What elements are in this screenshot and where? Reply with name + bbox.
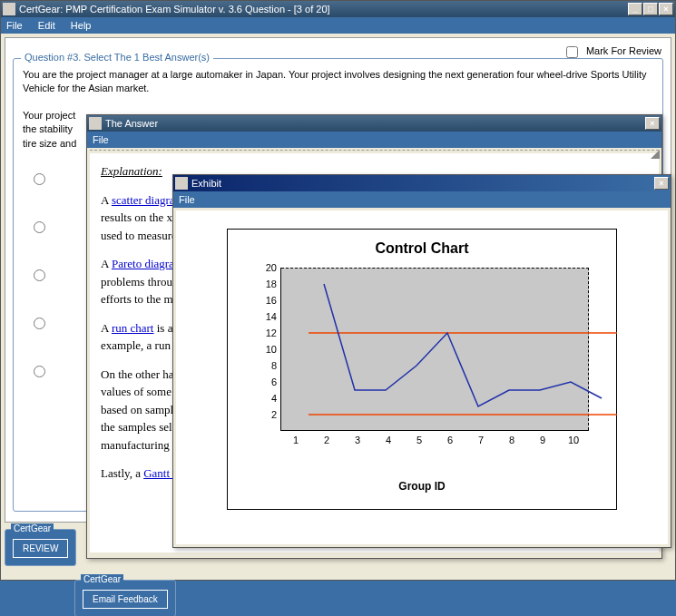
run-chart-link[interactable]: run chart <box>112 321 154 335</box>
app-icon <box>175 177 188 190</box>
y-axis-labels: 2018161412108642 <box>253 262 277 425</box>
review-panel-label: CertGear <box>11 523 54 533</box>
close-button[interactable]: × <box>659 3 673 15</box>
main-menubar: File Edit Help <box>1 17 675 34</box>
mark-for-review: Mark For Review <box>566 45 661 58</box>
answer-close-button[interactable]: × <box>645 117 660 130</box>
chart-area: 2018161412108642 12345678910 <box>253 268 598 458</box>
answer-radio-5[interactable] <box>34 366 45 377</box>
exhibit-body: Control Chart 2018161412108642 123456789… <box>176 210 668 544</box>
plot-background <box>280 268 589 431</box>
app-icon <box>3 3 15 15</box>
question-text-4: tire size and <box>23 138 76 149</box>
resize-grip-icon[interactable] <box>651 150 660 159</box>
answer-menubar: File <box>87 132 661 148</box>
question-text-1: You are the project manager at a large a… <box>23 68 653 96</box>
chart-svg <box>309 268 617 431</box>
app-icon <box>89 117 102 130</box>
email-feedback-button[interactable]: Email Feedback <box>83 590 168 609</box>
control-chart: Control Chart 2018161412108642 123456789… <box>227 229 617 510</box>
exhibit-title: Exhibit <box>191 178 654 189</box>
divider <box>90 150 659 151</box>
mark-review-label: Mark For Review <box>586 45 661 56</box>
exhibit-titlebar: Exhibit × <box>173 175 671 191</box>
answer-radios <box>34 173 45 414</box>
chart-title: Control Chart <box>244 240 600 257</box>
maximize-button[interactable]: □ <box>643 3 658 15</box>
answer-radio-4[interactable] <box>34 318 45 329</box>
review-button[interactable]: REVIEW <box>13 539 68 558</box>
x-axis-labels: 12345678910 <box>280 435 589 445</box>
feedback-panel: CertGear Email Feedback <box>74 580 176 616</box>
answer-radio-2[interactable] <box>34 221 45 233</box>
question-header: Question #3. Select The 1 Best Answer(s) <box>21 52 213 63</box>
exhibit-menubar: File <box>173 191 671 208</box>
main-titlebar: CertGear: PMP Certification Exam Simulat… <box>1 1 675 17</box>
answer-radio-3[interactable] <box>34 269 45 281</box>
minimize-button[interactable]: _ <box>628 3 642 15</box>
menu-help[interactable]: Help <box>71 20 92 31</box>
answer-titlebar: The Answer × <box>87 115 661 132</box>
exhibit-window: Exhibit × File Control Chart 20181614121… <box>172 174 671 548</box>
question-text-3: the stability <box>23 123 73 134</box>
answer-radio-1[interactable] <box>34 173 45 185</box>
mark-review-checkbox[interactable] <box>566 46 578 58</box>
answer-menu-file[interactable]: File <box>93 134 109 145</box>
exhibit-close-button[interactable]: × <box>654 177 669 190</box>
question-text-2: Your project <box>23 110 75 121</box>
menu-file[interactable]: File <box>6 20 23 31</box>
x-axis-title: Group ID <box>244 480 600 493</box>
exhibit-menu-file[interactable]: File <box>179 194 195 205</box>
review-panel: CertGear REVIEW <box>5 529 76 566</box>
answer-title: The Answer <box>105 118 645 129</box>
feedback-panel-label: CertGear <box>81 574 123 584</box>
main-title: CertGear: PMP Certification Exam Simulat… <box>19 4 628 15</box>
menu-edit[interactable]: Edit <box>38 20 55 31</box>
